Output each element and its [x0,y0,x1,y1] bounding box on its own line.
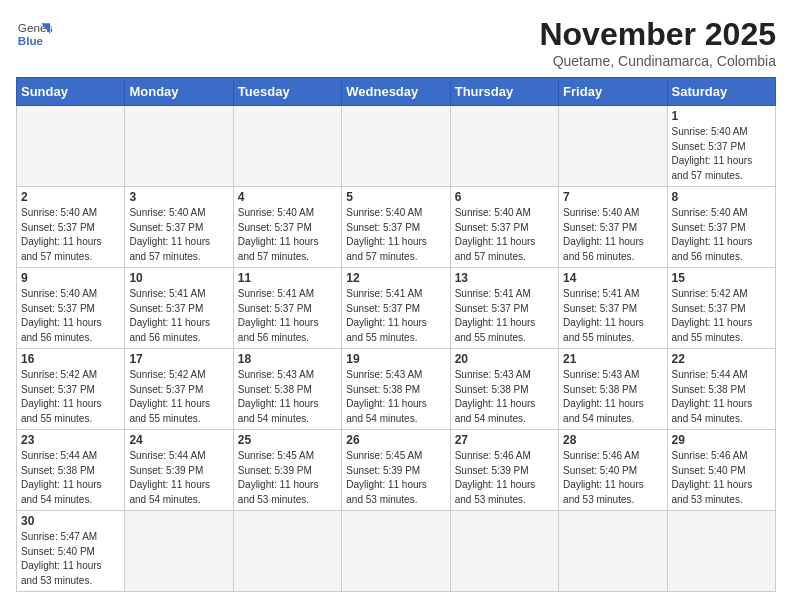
day-info: Sunrise: 5:45 AM Sunset: 5:39 PM Dayligh… [346,449,445,507]
day-cell [342,511,450,592]
weekday-thursday: Thursday [450,78,558,106]
day-number: 26 [346,433,445,447]
week-row-4: 23Sunrise: 5:44 AM Sunset: 5:38 PM Dayli… [17,430,776,511]
day-cell: 13Sunrise: 5:41 AM Sunset: 5:37 PM Dayli… [450,268,558,349]
day-number: 10 [129,271,228,285]
day-cell: 18Sunrise: 5:43 AM Sunset: 5:38 PM Dayli… [233,349,341,430]
day-cell: 15Sunrise: 5:42 AM Sunset: 5:37 PM Dayli… [667,268,775,349]
day-info: Sunrise: 5:40 AM Sunset: 5:37 PM Dayligh… [21,206,120,264]
day-cell: 1Sunrise: 5:40 AM Sunset: 5:37 PM Daylig… [667,106,775,187]
day-info: Sunrise: 5:44 AM Sunset: 5:38 PM Dayligh… [672,368,771,426]
week-row-5: 30Sunrise: 5:47 AM Sunset: 5:40 PM Dayli… [17,511,776,592]
day-cell: 12Sunrise: 5:41 AM Sunset: 5:37 PM Dayli… [342,268,450,349]
day-info: Sunrise: 5:42 AM Sunset: 5:37 PM Dayligh… [129,368,228,426]
day-cell: 26Sunrise: 5:45 AM Sunset: 5:39 PM Dayli… [342,430,450,511]
day-cell [342,106,450,187]
page-header: General Blue November 2025 Quetame, Cund… [16,16,776,69]
day-number: 25 [238,433,337,447]
day-number: 20 [455,352,554,366]
day-number: 1 [672,109,771,123]
day-number: 22 [672,352,771,366]
day-number: 6 [455,190,554,204]
day-cell [233,106,341,187]
day-cell: 17Sunrise: 5:42 AM Sunset: 5:37 PM Dayli… [125,349,233,430]
day-cell: 21Sunrise: 5:43 AM Sunset: 5:38 PM Dayli… [559,349,667,430]
day-info: Sunrise: 5:43 AM Sunset: 5:38 PM Dayligh… [563,368,662,426]
day-cell: 7Sunrise: 5:40 AM Sunset: 5:37 PM Daylig… [559,187,667,268]
day-cell: 22Sunrise: 5:44 AM Sunset: 5:38 PM Dayli… [667,349,775,430]
logo: General Blue [16,16,52,52]
day-info: Sunrise: 5:41 AM Sunset: 5:37 PM Dayligh… [346,287,445,345]
day-number: 28 [563,433,662,447]
day-number: 11 [238,271,337,285]
day-cell [559,511,667,592]
weekday-friday: Friday [559,78,667,106]
day-info: Sunrise: 5:40 AM Sunset: 5:37 PM Dayligh… [672,125,771,183]
day-info: Sunrise: 5:46 AM Sunset: 5:39 PM Dayligh… [455,449,554,507]
day-number: 4 [238,190,337,204]
day-info: Sunrise: 5:46 AM Sunset: 5:40 PM Dayligh… [563,449,662,507]
weekday-monday: Monday [125,78,233,106]
day-number: 12 [346,271,445,285]
week-row-0: 1Sunrise: 5:40 AM Sunset: 5:37 PM Daylig… [17,106,776,187]
day-cell: 20Sunrise: 5:43 AM Sunset: 5:38 PM Dayli… [450,349,558,430]
day-info: Sunrise: 5:44 AM Sunset: 5:39 PM Dayligh… [129,449,228,507]
day-cell [125,511,233,592]
weekday-saturday: Saturday [667,78,775,106]
day-cell [450,511,558,592]
day-info: Sunrise: 5:46 AM Sunset: 5:40 PM Dayligh… [672,449,771,507]
weekday-wednesday: Wednesday [342,78,450,106]
day-number: 2 [21,190,120,204]
day-number: 14 [563,271,662,285]
day-number: 29 [672,433,771,447]
day-number: 15 [672,271,771,285]
weekday-tuesday: Tuesday [233,78,341,106]
day-number: 18 [238,352,337,366]
week-row-3: 16Sunrise: 5:42 AM Sunset: 5:37 PM Dayli… [17,349,776,430]
day-cell [233,511,341,592]
day-number: 8 [672,190,771,204]
day-cell: 29Sunrise: 5:46 AM Sunset: 5:40 PM Dayli… [667,430,775,511]
day-info: Sunrise: 5:43 AM Sunset: 5:38 PM Dayligh… [455,368,554,426]
day-cell [559,106,667,187]
day-cell: 3Sunrise: 5:40 AM Sunset: 5:37 PM Daylig… [125,187,233,268]
day-cell: 14Sunrise: 5:41 AM Sunset: 5:37 PM Dayli… [559,268,667,349]
svg-text:Blue: Blue [18,34,44,47]
day-cell: 25Sunrise: 5:45 AM Sunset: 5:39 PM Dayli… [233,430,341,511]
day-number: 19 [346,352,445,366]
day-cell: 28Sunrise: 5:46 AM Sunset: 5:40 PM Dayli… [559,430,667,511]
week-row-1: 2Sunrise: 5:40 AM Sunset: 5:37 PM Daylig… [17,187,776,268]
day-number: 13 [455,271,554,285]
day-info: Sunrise: 5:47 AM Sunset: 5:40 PM Dayligh… [21,530,120,588]
day-cell [17,106,125,187]
weekday-sunday: Sunday [17,78,125,106]
location: Quetame, Cundinamarca, Colombia [539,53,776,69]
calendar: SundayMondayTuesdayWednesdayThursdayFrid… [16,77,776,592]
day-number: 7 [563,190,662,204]
day-number: 9 [21,271,120,285]
logo-icon: General Blue [16,16,52,52]
month-title: November 2025 [539,16,776,53]
day-number: 17 [129,352,228,366]
day-info: Sunrise: 5:41 AM Sunset: 5:37 PM Dayligh… [238,287,337,345]
day-number: 5 [346,190,445,204]
day-info: Sunrise: 5:45 AM Sunset: 5:39 PM Dayligh… [238,449,337,507]
day-info: Sunrise: 5:40 AM Sunset: 5:37 PM Dayligh… [21,287,120,345]
day-cell: 30Sunrise: 5:47 AM Sunset: 5:40 PM Dayli… [17,511,125,592]
day-info: Sunrise: 5:41 AM Sunset: 5:37 PM Dayligh… [563,287,662,345]
day-info: Sunrise: 5:42 AM Sunset: 5:37 PM Dayligh… [21,368,120,426]
day-info: Sunrise: 5:42 AM Sunset: 5:37 PM Dayligh… [672,287,771,345]
day-cell: 6Sunrise: 5:40 AM Sunset: 5:37 PM Daylig… [450,187,558,268]
day-info: Sunrise: 5:41 AM Sunset: 5:37 PM Dayligh… [455,287,554,345]
day-cell: 19Sunrise: 5:43 AM Sunset: 5:38 PM Dayli… [342,349,450,430]
day-info: Sunrise: 5:40 AM Sunset: 5:37 PM Dayligh… [455,206,554,264]
title-block: November 2025 Quetame, Cundinamarca, Col… [539,16,776,69]
day-cell: 11Sunrise: 5:41 AM Sunset: 5:37 PM Dayli… [233,268,341,349]
day-info: Sunrise: 5:40 AM Sunset: 5:37 PM Dayligh… [346,206,445,264]
day-cell: 5Sunrise: 5:40 AM Sunset: 5:37 PM Daylig… [342,187,450,268]
day-cell: 8Sunrise: 5:40 AM Sunset: 5:37 PM Daylig… [667,187,775,268]
day-info: Sunrise: 5:41 AM Sunset: 5:37 PM Dayligh… [129,287,228,345]
day-cell [667,511,775,592]
day-cell: 23Sunrise: 5:44 AM Sunset: 5:38 PM Dayli… [17,430,125,511]
day-info: Sunrise: 5:40 AM Sunset: 5:37 PM Dayligh… [563,206,662,264]
